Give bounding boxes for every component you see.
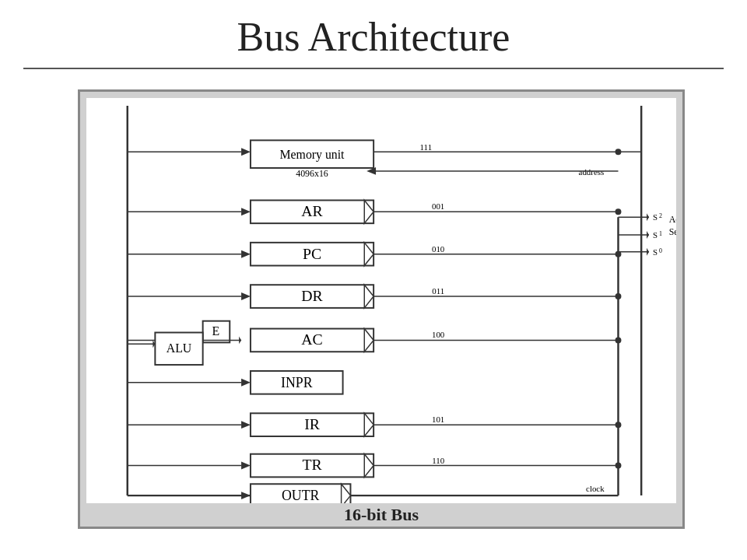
svg-text:AC: AC	[301, 331, 322, 348]
svg-text:4096x16: 4096x16	[296, 168, 328, 179]
svg-text:S: S	[653, 230, 658, 240]
svg-text:address: address	[579, 167, 605, 177]
svg-point-38	[615, 293, 622, 299]
bus-label: 16-bit Bus	[80, 505, 682, 525]
svg-text:011: 011	[432, 286, 444, 296]
svg-marker-55	[241, 379, 251, 387]
diagram-inner: Memory unit 4096x16 111 address AR 001	[86, 98, 676, 503]
svg-text:AR: AR	[301, 202, 323, 219]
svg-marker-84	[647, 231, 649, 239]
svg-marker-24	[241, 250, 251, 258]
svg-text:S: S	[653, 247, 658, 257]
svg-point-22	[615, 208, 622, 215]
svg-marker-67	[241, 462, 251, 470]
svg-text:101: 101	[432, 415, 444, 424]
diagram-container: Memory unit 4096x16 111 address AR 001	[78, 89, 685, 529]
svg-text:Memory unit: Memory unit	[280, 148, 345, 162]
svg-point-65	[615, 422, 622, 428]
svg-text:Access: Access	[669, 214, 676, 225]
title-divider	[23, 68, 724, 69]
svg-marker-46	[239, 336, 241, 344]
svg-text:TR: TR	[302, 456, 322, 473]
svg-text:2: 2	[659, 212, 662, 219]
svg-text:001: 001	[432, 201, 444, 211]
svg-text:OUTR: OUTR	[282, 488, 320, 503]
svg-text:INPR: INPR	[281, 375, 313, 390]
svg-marker-86	[647, 248, 649, 256]
svg-text:0: 0	[659, 247, 662, 254]
svg-marker-32	[241, 292, 251, 300]
diagram-svg: Memory unit 4096x16 111 address AR 001	[86, 98, 676, 503]
svg-point-73	[615, 463, 622, 469]
svg-text:clock: clock	[586, 484, 605, 493]
svg-text:IR: IR	[304, 415, 321, 432]
svg-text:ALU: ALU	[167, 341, 192, 355]
svg-text:E: E	[212, 324, 220, 338]
svg-text:111: 111	[420, 142, 432, 152]
svg-marker-16	[241, 208, 251, 215]
svg-marker-75	[241, 492, 251, 499]
svg-text:S: S	[653, 212, 658, 222]
svg-text:100: 100	[432, 330, 445, 339]
svg-marker-82	[647, 213, 649, 221]
svg-text:110: 110	[432, 456, 444, 465]
svg-text:DR: DR	[301, 287, 323, 304]
svg-text:PC: PC	[303, 245, 321, 262]
page-title: Bus Architecture	[0, 0, 747, 68]
svg-text:010: 010	[432, 244, 445, 254]
svg-text:1: 1	[659, 230, 662, 237]
svg-marker-59	[241, 421, 251, 429]
svg-marker-4	[241, 148, 251, 156]
svg-point-53	[615, 337, 622, 343]
svg-text:Select: Select	[669, 226, 676, 237]
